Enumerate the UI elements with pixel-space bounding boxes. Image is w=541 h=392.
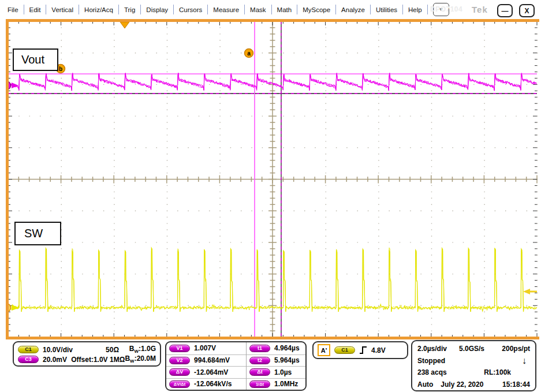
channel3-offset: Offset:1.0V (71, 356, 107, 364)
menu-item-utilities[interactable]: Utilities (371, 5, 403, 14)
menu-item-analyze[interactable]: Analyze (336, 5, 371, 14)
time-cursor-row-3: 1/Δt1.0MHz (247, 378, 305, 390)
time-cursor-value-1: 5.964µs (274, 356, 300, 364)
trigger-level-arrow-icon[interactable] (523, 289, 530, 294)
voltage-cursor-value-1: 994.684mV (194, 356, 230, 364)
voltage-cursor-row-2: ΔV-12.064mV (166, 366, 246, 378)
voltage-cursor-badge-0[interactable]: V1 (169, 345, 190, 352)
menu-item-file[interactable]: File (2, 5, 24, 14)
channel3-bandwidth: BW:20.0M (125, 354, 156, 364)
voltage-cursor-row-0: V11.007V (166, 342, 246, 354)
channel-readout-box[interactable]: C1 10.0V/div 50Ω BW:1.0G C3 20.0mV Offse… (13, 341, 161, 367)
voltage-cursor-badge-2[interactable]: ΔV (169, 368, 190, 376)
voltage-cursor-readouts: V11.007VV2994.684mVΔV-12.064mVΔV/Δt-12.0… (166, 342, 247, 390)
acquisition-count: 238 acqs (417, 368, 447, 376)
menu-item-mask[interactable]: Mask (245, 5, 271, 14)
channel3-termination: 1MΩ (108, 356, 125, 364)
channel3-badge[interactable]: C3 (18, 356, 39, 363)
record-length-value: RL:100k (484, 368, 511, 376)
cursor-readout-box[interactable]: V11.007VV2994.684mVΔV-12.064mVΔV/Δt-12.0… (165, 341, 307, 391)
time-cursor-badge-0[interactable]: t1 (249, 345, 270, 352)
time-cursor-badge-2[interactable]: Δt (249, 368, 270, 376)
acquisition-readout-box[interactable]: 2.0µs/div 5.0GS/s 200ps/pt Stopped ↓ 238… (411, 340, 536, 391)
menu-item-trig[interactable]: Trig (119, 5, 141, 14)
time-cursor-value-3: 1.0MHz (274, 380, 298, 388)
timebase-value: 2.0µs/div (417, 345, 459, 353)
close-button[interactable]: X (519, 4, 535, 17)
voltage-cursor-value-3: -12.064kV/s (194, 380, 232, 388)
menu-item-cursors[interactable]: Cursors (174, 5, 208, 14)
minimize-button[interactable]: — (497, 4, 513, 17)
time-cursor-row-1: t25.964µs (247, 354, 305, 367)
resolution-value: 200ps/pt (502, 345, 530, 353)
acquisition-status: Stopped (417, 357, 445, 365)
trigger-level-value: 4.8V (371, 346, 386, 354)
time-cursor-row-0: t14.964µs (247, 342, 305, 354)
channel1-badge[interactable]: C1 (18, 346, 39, 353)
date-value: July 22, 2020 (441, 380, 483, 389)
trigger-source-badge[interactable]: C1 (334, 346, 355, 354)
voltage-cursor-badge-3[interactable]: ΔV/Δt (169, 380, 190, 388)
menu-item-edit[interactable]: Edit (24, 5, 47, 14)
channel1-termination: 50Ω (96, 346, 119, 354)
time-cursor-value-0: 4.964µs (274, 344, 300, 352)
oscilloscope-app: { "menu": { "items": ["File","Edit","Ver… (0, 0, 541, 392)
time-cursor-value-2: 1.0µs (274, 368, 292, 376)
waveform-display: ab31 Vout SW (6, 19, 539, 339)
voltage-cursor-row-1: V2994.684mV (166, 354, 246, 367)
time-cursor-badge-1[interactable]: t2 (249, 357, 270, 364)
menu-item-measure[interactable]: Measure (208, 5, 245, 14)
rising-edge-icon (359, 345, 367, 355)
sw-annotation-label: SW (14, 222, 61, 245)
time-value: 15:18:44 (502, 380, 530, 389)
channel3-scale: 20.0mV (43, 356, 71, 364)
vout-annotation-label: Vout (13, 48, 58, 71)
model-number-text: DPO7104 (430, 5, 462, 13)
menu-item-vertical[interactable]: Vertical (46, 5, 79, 14)
voltage-cursor-badge-1[interactable]: V2 (169, 357, 190, 364)
voltage-cursor-value-0: 1.007V (194, 344, 216, 352)
time-cursor-row-2: Δt1.0µs (247, 366, 305, 378)
channel1-bandwidth: BW:1.0G (119, 345, 156, 354)
trigger-mode-value: Auto (417, 380, 433, 389)
sample-rate-value: 5.0GS/s (459, 345, 499, 353)
voltage-cursor-value-2: -12.064mV (194, 368, 228, 376)
svg-text:a: a (247, 50, 251, 57)
channel1-readout: C1 10.0V/div 50Ω BW:1.0G (18, 345, 156, 354)
tek-logo: Tek (472, 5, 488, 14)
voltage-cursor-row-3: ΔV/Δt-12.064kV/s (166, 378, 246, 390)
svg-text:b: b (59, 66, 62, 72)
trigger-position-marker[interactable] (120, 22, 129, 28)
time-cursor-readouts: t14.964µst25.964µsΔt1.0µs1/Δt1.0MHz (247, 342, 305, 390)
menu-item-math[interactable]: Math (272, 5, 298, 14)
time-cursor-badge-3[interactable]: 1/Δt (249, 380, 270, 388)
menu-item-help[interactable]: Help (403, 5, 428, 14)
channel3-readout: C3 20.0mV Offset:1.0V 1MΩ BW:20.0M (18, 354, 156, 364)
channel1-scale: 10.0V/div (43, 346, 81, 354)
menu-item-display[interactable]: Display (141, 5, 174, 14)
menu-item-myscope[interactable]: MyScope (297, 5, 336, 14)
menu-item-horizacq[interactable]: Horiz/Acq (79, 5, 119, 14)
trigger-readout-box[interactable]: A' C1 4.8V (312, 341, 408, 359)
trigger-holdoff-label: A' (318, 344, 330, 356)
sample-mode-icon: ↓ (522, 357, 527, 365)
